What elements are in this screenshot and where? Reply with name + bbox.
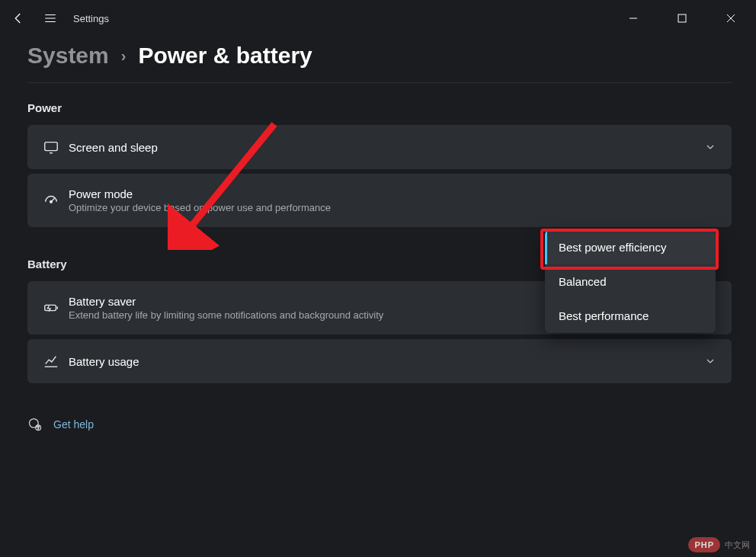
- page-title: Power & battery: [138, 43, 312, 69]
- get-help-link[interactable]: Get help: [53, 418, 94, 431]
- help-icon: ?: [27, 417, 43, 432]
- card-subtitle: Extend battery life by limiting some not…: [69, 309, 618, 321]
- screen-icon: [43, 139, 69, 155]
- divider: [27, 82, 732, 83]
- card-title: Battery saver: [69, 295, 618, 308]
- card-title: Battery usage: [69, 355, 704, 368]
- hamburger-menu-icon[interactable]: [41, 9, 59, 27]
- watermark: PHP 中文网: [688, 537, 750, 552]
- chevron-down-icon: [704, 355, 716, 367]
- card-power-mode[interactable]: Power mode Optimize your device based on…: [27, 174, 732, 227]
- svg-text:?: ?: [37, 425, 40, 430]
- svg-rect-1: [45, 142, 58, 151]
- dropdown-option-best-performance[interactable]: Best performance: [545, 299, 716, 333]
- svg-rect-3: [45, 305, 56, 310]
- breadcrumb: System › Power & battery: [27, 43, 732, 82]
- watermark-text: 中文网: [725, 539, 750, 551]
- minimize-button[interactable]: [617, 6, 649, 30]
- help-link-row: ? Get help: [27, 417, 732, 432]
- app-title: Settings: [73, 13, 109, 24]
- svg-rect-0: [678, 14, 686, 22]
- card-battery-usage[interactable]: Battery usage: [27, 339, 732, 383]
- svg-point-2: [50, 200, 53, 203]
- breadcrumb-parent[interactable]: System: [27, 43, 109, 69]
- section-power: Power: [27, 101, 732, 114]
- power-mode-dropdown[interactable]: Best power efficiency Balanced Best perf…: [545, 230, 716, 333]
- back-button[interactable]: [9, 9, 27, 27]
- chevron-down-icon: [704, 141, 716, 153]
- chart-icon: [43, 353, 69, 370]
- chevron-right-icon: ›: [121, 47, 127, 65]
- watermark-pill: PHP: [688, 537, 720, 552]
- card-title: Power mode: [69, 187, 716, 200]
- titlebar: Settings: [0, 0, 756, 37]
- maximize-button[interactable]: [666, 6, 698, 30]
- dropdown-option-best-efficiency[interactable]: Best power efficiency: [545, 230, 716, 264]
- gauge-icon: [43, 192, 69, 209]
- battery-saver-icon: [43, 299, 69, 316]
- card-subtitle: Optimize your device based on power use …: [69, 202, 716, 213]
- card-screen-sleep[interactable]: Screen and sleep: [27, 125, 732, 169]
- card-title: Screen and sleep: [69, 141, 704, 154]
- close-button[interactable]: [715, 6, 747, 30]
- dropdown-option-balanced[interactable]: Balanced: [545, 264, 716, 299]
